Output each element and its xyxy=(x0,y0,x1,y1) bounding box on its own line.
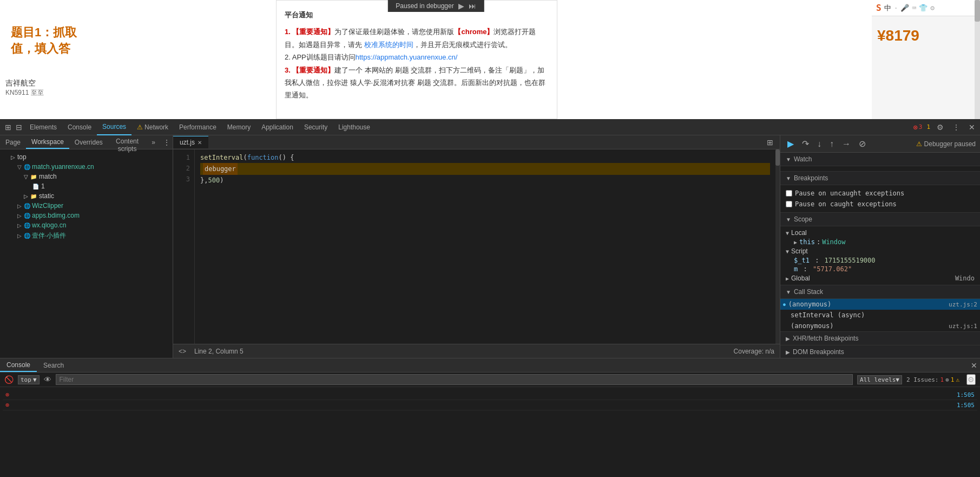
code-tab-filename: uzt.js xyxy=(180,139,195,146)
callstack-item-anon1[interactable]: ● (anonymous) uzt.js:2 xyxy=(780,299,980,310)
breakpoints-section-header[interactable]: ▼ Breakpoints xyxy=(780,172,980,185)
filter-input[interactable] xyxy=(56,374,853,385)
sidebar-tab-workspace[interactable]: Workspace xyxy=(26,135,69,149)
sidebar-tab-page[interactable]: Page xyxy=(0,135,26,149)
right-sections: ▼ Watch ▼ Breakpoints Pause on uncaught … xyxy=(780,153,980,358)
tab-performance[interactable]: Performance xyxy=(174,119,222,135)
domain-expand-icon: ▽ xyxy=(17,164,22,170)
context-select[interactable]: top ▼ xyxy=(18,375,40,384)
network-warning-icon: ⚠ xyxy=(137,123,143,131)
callstack-item-setinterval[interactable]: setInterval (async) xyxy=(780,310,980,321)
deactivate-btn[interactable]: ⊘ xyxy=(856,138,869,150)
issues-btn[interactable]: 2 Issues: 1 ⊗ 1 ⚠ xyxy=(906,376,959,383)
log-level-select[interactable]: All levels ▼ xyxy=(857,375,902,384)
tree-item-wxqlogo[interactable]: ▷ 🌐 wx.qlogo.cn xyxy=(0,220,173,230)
callstack-item-anon2[interactable]: (anonymous) uzt.js:1 xyxy=(780,321,980,331)
tree-item-wizclipper[interactable]: ▷ 🌐 WizClipper xyxy=(0,201,173,211)
scope-section-header[interactable]: ▼ Scope xyxy=(780,213,980,226)
code-lines[interactable]: setInterval(function () { debugger }, 50… xyxy=(195,149,775,344)
local-scope-header[interactable]: ▼ Local xyxy=(786,228,975,238)
resume-btn[interactable]: ▶ xyxy=(785,138,797,150)
pause-caught-checkbox[interactable] xyxy=(786,201,792,207)
tab-security[interactable]: Security xyxy=(299,119,333,135)
sogou-mic-icon[interactable]: 🎤 xyxy=(900,4,909,12)
scrollbar-thumb[interactable] xyxy=(975,0,980,22)
clear-console-btn[interactable]: 🚫 xyxy=(4,375,14,384)
pause-uncaught-label: Pause on uncaught exceptions xyxy=(795,190,904,197)
settings-icon[interactable]: ⚙ xyxy=(935,122,946,133)
step-over-btn[interactable]: ↷ xyxy=(799,138,812,150)
tab-application[interactable]: Application xyxy=(256,119,299,135)
line-num-2: 2 xyxy=(176,163,190,174)
console-tab-search[interactable]: Search xyxy=(37,360,70,371)
console-tab-bar: Console Search ✕ xyxy=(0,358,980,373)
right-browser-panel: S 中 · 🎤 ⌨ 👕 ⚙ ¥8179 xyxy=(872,0,980,119)
step-page-btn[interactable]: ⏭ xyxy=(469,2,476,10)
close-console-btn[interactable]: ✕ xyxy=(971,361,977,370)
tree-item-file-1[interactable]: 📄 1 xyxy=(0,181,173,191)
console-log-item-1: ⊗ 1:505 xyxy=(3,390,977,400)
tab-lighthouse[interactable]: Lighthouse xyxy=(333,119,376,135)
code-scrollbar-thumb[interactable] xyxy=(775,149,780,166)
devtools-main-content: Page Workspace Overrides Content scripts… xyxy=(0,135,980,358)
sogou-icon2[interactable]: ⌨ xyxy=(912,4,916,12)
sogou-icon4[interactable]: ⚙ xyxy=(930,4,935,12)
local-scope-items: ▶ this : Window xyxy=(786,238,975,246)
call-stack-section-header[interactable]: ▼ Call Stack xyxy=(780,285,980,299)
code-tab-uztjs[interactable]: uzt.js ✕ xyxy=(173,136,208,148)
tab-network[interactable]: ⚠ Network xyxy=(131,119,174,135)
console-settings-icon[interactable]: ⚙ xyxy=(966,374,976,385)
tree-item-static[interactable]: ▷ 📁 static xyxy=(0,191,173,201)
watch-section-header[interactable]: ▼ Watch xyxy=(780,153,980,166)
global-scope-header[interactable]: ▶ Global Windo xyxy=(786,273,975,283)
step-into-btn[interactable]: ↓ xyxy=(814,138,824,150)
step-btn[interactable]: → xyxy=(839,138,853,150)
tree-item-yuanrenxue[interactable]: ▽ 🌐 match.yuanrenxue.cn xyxy=(0,162,173,172)
code-scrollbar[interactable] xyxy=(775,149,780,344)
step-out-btn[interactable]: ↑ xyxy=(827,138,837,150)
sogou-icon3[interactable]: 👕 xyxy=(919,4,928,12)
tree-item-bdimg[interactable]: ▷ 🌐 apps.bdimg.com xyxy=(0,211,173,220)
pause-uncaught-checkbox[interactable] xyxy=(786,190,792,197)
sidebar-more-icon[interactable]: ⋮ xyxy=(161,135,173,149)
this-expand-icon[interactable]: ▶ xyxy=(794,239,797,245)
sidebar-tab-content-scripts[interactable]: Content scripts xyxy=(108,135,146,149)
script-scope-header[interactable]: ▼ Script xyxy=(786,246,975,256)
xhr-section-header[interactable]: ▶ XHR/fetch Breakpoints xyxy=(780,332,980,345)
issue-warn-count: 1 xyxy=(951,376,955,383)
close-tab-icon[interactable]: ✕ xyxy=(198,140,202,146)
debug-controls-bar: ▶ ↷ ↓ ↑ → ⊘ ⚠ Debugger paused xyxy=(780,135,980,153)
script-label: Script xyxy=(791,247,808,255)
tree-item-top[interactable]: ▷ top xyxy=(0,152,173,162)
console-tab-console[interactable]: Console xyxy=(0,359,37,372)
file-icon-1: 📄 xyxy=(32,184,39,190)
eye-btn[interactable]: 👁 xyxy=(44,375,51,384)
tab-sources[interactable]: Sources xyxy=(97,119,131,135)
log-link-2[interactable]: 1:505 xyxy=(957,402,975,409)
watch-content xyxy=(780,166,980,172)
format-footer-icon[interactable]: <> xyxy=(179,348,186,355)
dock-icon[interactable]: ⊞ xyxy=(3,122,14,133)
dom-section-header[interactable]: ▶ DOM Breakpoints xyxy=(780,345,980,358)
resume-page-btn[interactable]: ▶ xyxy=(458,2,464,10)
tree-item-match-folder[interactable]: ▽ 📁 match xyxy=(0,172,173,181)
log-link-1[interactable]: 1:505 xyxy=(957,391,975,398)
debugger-paused-text: Debugger paused xyxy=(924,140,976,148)
tree-label-bdimg: apps.bdimg.com xyxy=(32,212,80,219)
more-tools-icon[interactable]: ⋮ xyxy=(950,122,962,133)
code-editor: uzt.js ✕ ⊞ 1 2 3 setInterval(function ()… xyxy=(173,135,780,358)
format-icon[interactable]: ⊞ xyxy=(765,137,775,148)
dom-arrow-icon: ▶ xyxy=(786,349,790,355)
tree-item-yiban[interactable]: ▷ 🌐 壹伴·小插件 xyxy=(0,230,173,241)
tab-console[interactable]: Console xyxy=(62,119,97,135)
sidebar-tab-more[interactable]: » xyxy=(146,135,161,149)
devtools-toolbar-right: ⊗ 3 1 ⚙ ⋮ ✕ xyxy=(913,122,977,133)
local-this: ▶ this : Window xyxy=(794,238,975,246)
tab-elements[interactable]: Elements xyxy=(24,119,62,135)
split-icon[interactable]: ⊟ xyxy=(14,122,24,133)
scrollbar-track[interactable] xyxy=(975,0,980,119)
tab-memory[interactable]: Memory xyxy=(222,119,256,135)
sogou-dot1: · xyxy=(894,4,898,12)
close-devtools-icon[interactable]: ✕ xyxy=(966,122,977,133)
sidebar-tab-overrides[interactable]: Overrides xyxy=(69,135,108,149)
